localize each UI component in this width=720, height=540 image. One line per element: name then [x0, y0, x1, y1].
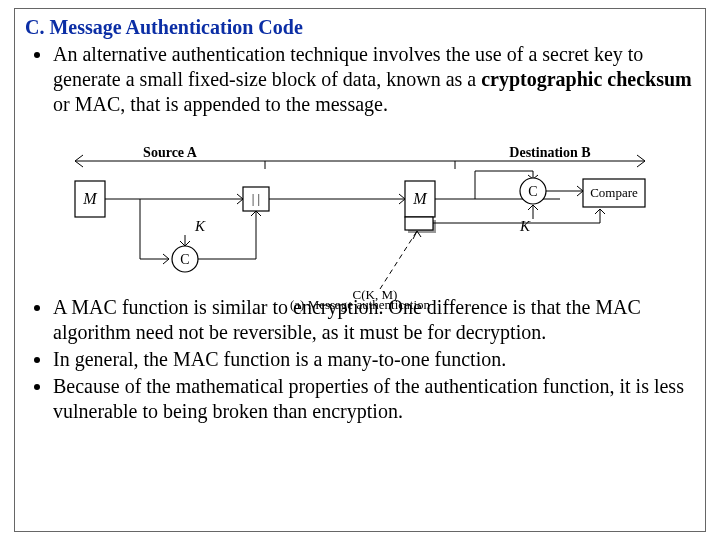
m-box-label: M [82, 190, 98, 207]
svg-rect-15 [405, 217, 433, 230]
concat-label: | | [252, 191, 260, 206]
compare-label: Compare [590, 185, 638, 200]
bullet-text: A MAC function is similar to encryption.… [53, 296, 641, 343]
bullet-item: Because of the mathematical properties o… [53, 374, 695, 424]
source-label: Source A [143, 145, 198, 160]
top-bullets: An alternative authentication technique … [25, 42, 695, 117]
bullet-text-bold: cryptographic checksum [481, 68, 692, 90]
k-label-left: K [194, 218, 206, 234]
bullet-item: In general, the MAC function is a many-t… [53, 347, 695, 372]
c-func-right: C [528, 184, 537, 199]
bottom-bullets: A MAC function is similar to encryption.… [25, 295, 695, 424]
bullet-text: Because of the mathematical properties o… [53, 375, 684, 422]
svg-line-16 [380, 231, 417, 289]
c-func-left: C [180, 252, 189, 267]
bullet-item: An alternative authentication technique … [53, 42, 695, 117]
bullet-item: A MAC function is similar to encryption.… [53, 295, 695, 345]
dest-label: Destination B [509, 145, 590, 160]
k-label-right: K [519, 218, 531, 234]
bullet-text-post: or MAC, that is appended to the message. [53, 93, 388, 115]
slide: C. Message Authentication Code An altern… [14, 8, 706, 532]
section-heading: C. Message Authentication Code [25, 15, 695, 40]
m-box2-label: M [412, 190, 428, 207]
mac-figure: Source A Destination B M | | K C M [55, 141, 665, 301]
bullet-text: In general, the MAC function is a many-t… [53, 348, 506, 370]
